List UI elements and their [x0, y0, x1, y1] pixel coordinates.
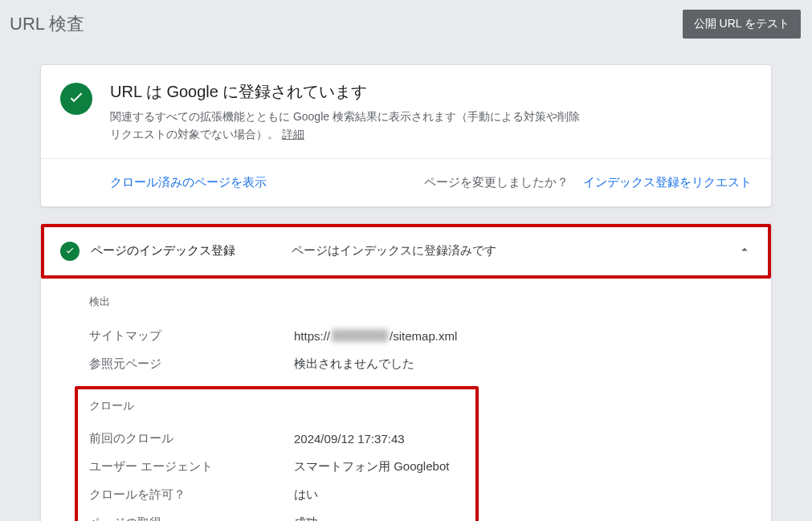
details-link[interactable]: 詳細	[282, 128, 304, 140]
test-live-url-button[interactable]: 公開 URL をテスト	[683, 10, 801, 39]
page-title: URL 検査	[10, 12, 84, 36]
detail-row-referrer: 参照元ページ 検出されませんでした	[89, 350, 752, 378]
detail-row-crawl-allowed: クロールを許可？ はい	[89, 481, 464, 509]
page-fetch-value: 成功	[294, 515, 318, 521]
redacted-domain	[332, 329, 388, 342]
indexing-section-status: ページはインデックスに登録済みです	[292, 243, 737, 258]
user-agent-value: スマートフォン用 Googlebot	[294, 459, 449, 474]
indexing-section-title: ページのインデックス登録	[91, 243, 292, 258]
view-crawled-page-link[interactable]: クロール済みのページを表示	[110, 175, 267, 190]
indexing-section-toggle[interactable]: ページのインデックス登録 ページはインデックスに登録済みです	[44, 227, 768, 275]
request-indexing-link[interactable]: インデックス登録をリクエスト	[583, 175, 752, 190]
referrer-label: 参照元ページ	[89, 356, 294, 372]
highlight-box-indexing: ページのインデックス登録 ページはインデックスに登録済みです	[41, 224, 771, 279]
check-circle-icon	[60, 242, 80, 261]
check-circle-icon	[60, 83, 92, 115]
discovery-heading: 検出	[89, 295, 752, 309]
detail-row-last-crawl: 前回のクロール 2024/09/12 17:37:43	[89, 425, 464, 453]
status-title: URL は Google に登録されています	[110, 81, 584, 103]
user-agent-label: ユーザー エージェント	[89, 459, 294, 474]
page-fetch-label: ページの取得	[89, 515, 294, 521]
detail-row-page-fetch: ページの取得 成功	[89, 509, 464, 521]
crawl-allowed-label: クロールを許可？	[89, 487, 294, 503]
page-header: URL 検査 公開 URL をテスト	[0, 0, 812, 48]
sitemap-label: サイトマップ	[89, 328, 294, 344]
detail-row-sitemap: サイトマップ https:///sitemap.xml	[89, 322, 752, 350]
crawl-heading: クロール	[89, 399, 464, 413]
page-changed-label: ページを変更しましたか？	[424, 175, 569, 190]
referrer-value: 検出されませんでした	[294, 356, 414, 372]
sitemap-value: https:///sitemap.xml	[294, 329, 457, 343]
highlight-box-crawl: クロール 前回のクロール 2024/09/12 17:37:43 ユーザー エー…	[75, 386, 479, 521]
crawl-allowed-value: はい	[294, 487, 318, 503]
status-card: URL は Google に登録されています 関連するすべての拡張機能とともに …	[40, 64, 772, 207]
last-crawl-label: 前回のクロール	[89, 431, 294, 446]
indexing-card: ページのインデックス登録 ページはインデックスに登録済みです 検出 サイトマップ…	[40, 223, 772, 521]
chevron-up-icon	[737, 242, 752, 259]
last-crawl-value: 2024/09/12 17:37:43	[294, 432, 405, 446]
detail-row-user-agent: ユーザー エージェント スマートフォン用 Googlebot	[89, 453, 464, 481]
status-description: 関連するすべての拡張機能とともに Google 検索結果に表示されます（手動によ…	[110, 108, 584, 144]
